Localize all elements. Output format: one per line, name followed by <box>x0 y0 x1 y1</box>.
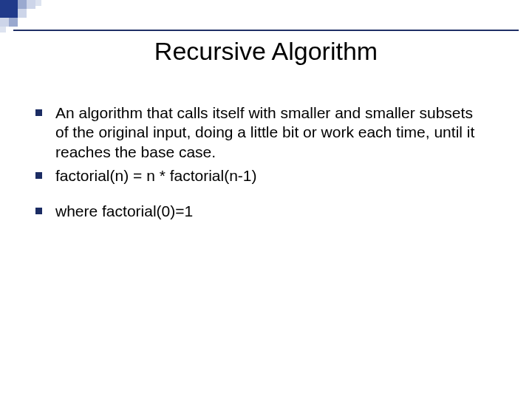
slide-title: Recursive Algorithm <box>0 37 532 66</box>
deco-square <box>35 0 41 6</box>
deco-square <box>18 0 27 9</box>
slide-body: An algorithm that calls itself with smal… <box>35 103 488 225</box>
square-bullet-icon <box>35 109 42 116</box>
deco-square <box>0 18 9 27</box>
list-item: An algorithm that calls itself with smal… <box>35 103 488 162</box>
square-bullet-icon <box>35 172 42 179</box>
deco-square <box>27 0 35 9</box>
deco-square <box>9 18 18 27</box>
deco-square <box>0 27 6 33</box>
list-item-text: where factorial(0)=1 <box>55 202 488 221</box>
list-item: factorial(n) = n * factorial(n-1) <box>35 166 488 185</box>
deco-square <box>0 0 18 18</box>
deco-square <box>18 9 27 18</box>
title-rule <box>13 30 519 31</box>
list-item: where factorial(0)=1 <box>35 202 488 221</box>
list-item-text: factorial(n) = n * factorial(n-1) <box>55 166 488 185</box>
slide: Recursive Algorithm An algorithm that ca… <box>0 0 532 399</box>
corner-decoration <box>0 0 59 28</box>
list-item-text: An algorithm that calls itself with smal… <box>55 103 488 162</box>
square-bullet-icon <box>35 208 42 214</box>
